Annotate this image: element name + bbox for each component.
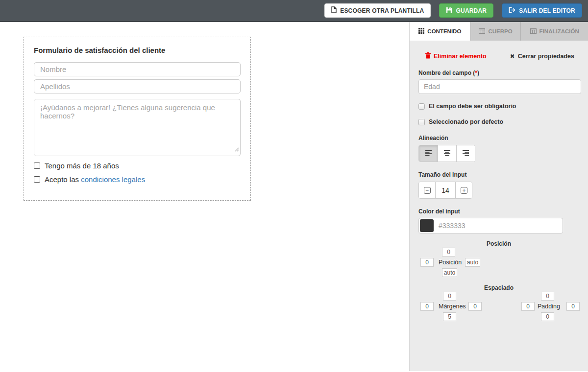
padding-bottom-input[interactable]: [541, 312, 554, 321]
spacing-section: Espaciado Márgenes Padding: [418, 284, 579, 323]
margin-left-input[interactable]: [420, 302, 434, 311]
size-decrease-button[interactable]: −: [419, 182, 435, 198]
padding-right-input[interactable]: [566, 302, 580, 311]
field-name-label: Nombre del campo (*): [418, 70, 579, 76]
color-swatch[interactable]: [420, 219, 434, 232]
margin-top-input[interactable]: [443, 292, 456, 301]
close-icon: ✖: [510, 53, 515, 59]
sign-out-icon: [509, 7, 515, 15]
margin-bottom-input[interactable]: [443, 312, 456, 321]
input-color-label: Color del input: [418, 208, 579, 215]
save-button[interactable]: GUARDAR: [439, 3, 493, 18]
default-selected-checkbox-row: Seleccionado por defecto: [418, 118, 579, 125]
choose-template-label: ESCOGER OTRA PLANTILLA: [340, 7, 424, 14]
legal-checkbox[interactable]: [34, 176, 40, 183]
align-left-icon: [425, 150, 432, 157]
input-color-field[interactable]: #333333: [418, 218, 563, 233]
paren-close: ): [477, 70, 479, 76]
table-icon: [530, 28, 537, 35]
position-heading: Posición: [418, 240, 579, 247]
tab-cuerpo-label: CUERPO: [488, 28, 512, 34]
field-name-label-text: Nombre del campo: [418, 70, 473, 76]
exit-editor-label: SALIR DEL EDITOR: [519, 7, 575, 14]
grid-icon: [418, 28, 424, 35]
form-title: Formulario de satisfacción del cliente: [34, 46, 241, 54]
align-center-icon: [444, 150, 450, 157]
close-properties-button[interactable]: ✖ Cerrar propiedades: [510, 53, 574, 60]
position-bottom-input[interactable]: [442, 268, 457, 277]
required-checkbox-row: El campo debe ser obligatorio: [418, 103, 579, 110]
required-checkbox-label: El campo debe ser obligatorio: [429, 103, 516, 110]
padding-left-input[interactable]: [521, 302, 535, 311]
legal-conditions-link[interactable]: condiciones legales: [81, 175, 145, 184]
surname-field[interactable]: [34, 79, 241, 93]
name-field[interactable]: [34, 62, 241, 76]
padding-label: Padding: [538, 303, 560, 310]
properties-panel: CONTENIDO CUERPO FINALIZACIÓN Elimin: [409, 22, 588, 371]
align-left-button[interactable]: [419, 145, 438, 162]
tab-finalizacion[interactable]: FINALIZACIÓN: [520, 22, 588, 41]
choose-template-button[interactable]: ESCOGER OTRA PLANTILLA: [324, 3, 431, 18]
trash-icon: [425, 52, 431, 60]
margin-right-input[interactable]: [468, 302, 482, 311]
color-value: #333333: [439, 222, 466, 230]
close-properties-label: Cerrar propiedades: [518, 53, 574, 60]
form-preview-container: Formulario de satisfacción del cliente T…: [24, 37, 251, 201]
editor-canvas: Formulario de satisfacción del cliente T…: [0, 22, 409, 371]
plus-square-icon: +: [461, 187, 467, 194]
tab-cuerpo[interactable]: CUERPO: [470, 22, 521, 41]
legal-label-prefix: Acepto las: [45, 175, 81, 184]
legal-checkbox-label: Acepto las condiciones legales: [45, 175, 145, 184]
size-increase-button[interactable]: +: [456, 182, 472, 198]
position-right-input[interactable]: [465, 258, 480, 267]
legal-checkbox-row: Acepto las condiciones legales: [34, 175, 241, 184]
align-center-button[interactable]: [438, 145, 456, 162]
position-left-input[interactable]: [420, 258, 434, 267]
save-icon: [446, 7, 452, 15]
minus-square-icon: −: [424, 187, 431, 194]
tab-finalizacion-label: FINALIZACIÓN: [539, 28, 579, 34]
age-checkbox-row: Tengo más de 18 años: [34, 162, 241, 170]
age-checkbox[interactable]: [34, 163, 40, 169]
file-icon: [331, 6, 337, 15]
table-icon: [479, 28, 485, 35]
position-top-input[interactable]: [442, 248, 455, 256]
position-center-label: Posición: [439, 259, 462, 266]
input-size-label: Tamaño del input: [418, 171, 579, 178]
input-size-value[interactable]: [435, 182, 456, 198]
panel-content: Nombre del campo (*) El campo debe ser o…: [410, 70, 588, 323]
spacing-heading: Espaciado: [418, 284, 579, 291]
tab-contenido-label: CONTENIDO: [427, 28, 461, 34]
panel-tab-bar: CONTENIDO CUERPO FINALIZACIÓN: [410, 22, 588, 41]
alignment-button-group: [418, 145, 475, 162]
delete-element-button[interactable]: Eliminar elemento: [425, 52, 487, 60]
field-name-input[interactable]: [418, 79, 581, 94]
textarea-resize-handle[interactable]: [235, 145, 239, 154]
align-right-button[interactable]: [456, 145, 475, 162]
padding-top-input[interactable]: [541, 292, 554, 301]
suggestion-textarea[interactable]: [34, 99, 241, 156]
default-selected-checkbox-label: Seleccionado por defecto: [429, 118, 503, 125]
tab-contenido[interactable]: CONTENIDO: [410, 22, 470, 41]
editor-topbar: ESCOGER OTRA PLANTILLA GUARDAR SALIR DEL…: [0, 0, 588, 22]
align-right-icon: [463, 150, 469, 157]
panel-actions-row: Eliminar elemento ✖ Cerrar propiedades: [410, 41, 588, 60]
margins-label: Márgenes: [439, 303, 466, 310]
delete-element-label: Eliminar elemento: [434, 53, 487, 60]
save-label: GUARDAR: [456, 7, 487, 14]
input-size-stepper: − +: [418, 182, 472, 199]
required-checkbox[interactable]: [418, 103, 425, 110]
exit-editor-button[interactable]: SALIR DEL EDITOR: [502, 3, 582, 18]
age-checkbox-label: Tengo más de 18 años: [45, 162, 119, 170]
position-section: Posición Posición: [418, 240, 579, 279]
default-selected-checkbox[interactable]: [418, 119, 425, 125]
alignment-label: Alineación: [418, 135, 579, 141]
